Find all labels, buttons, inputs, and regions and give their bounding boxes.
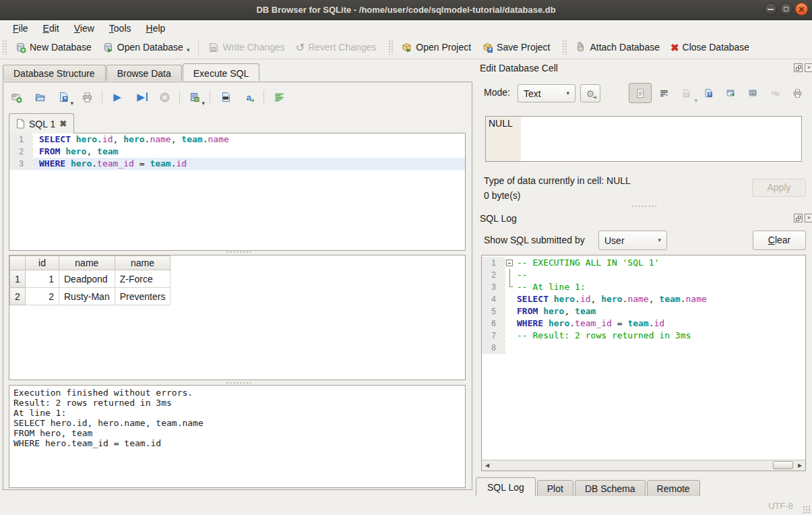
cell-hero-name[interactable]: Rusty-Man	[59, 288, 115, 305]
cell-id[interactable]: 2	[26, 288, 59, 305]
word-wrap-button[interactable]: a	[241, 90, 256, 104]
open-database-icon	[102, 42, 114, 53]
scrollbar-thumb[interactable]	[773, 461, 793, 469]
cell-hero-name[interactable]: Deadpond	[59, 270, 115, 288]
horizontal-scrollbar[interactable]: ◀ ▶	[482, 460, 805, 471]
save-results-button[interactable]: ▾	[187, 90, 202, 104]
maximize-button[interactable]	[780, 3, 792, 16]
sql-editor[interactable]: 1 SELECT hero.id, hero.name, team.name 2…	[9, 133, 466, 251]
menu-tools[interactable]: Tools	[102, 22, 139, 35]
main-toolbar: New Database Open Database ▾ Write Chang…	[0, 36, 812, 59]
status-bar: UTF-8	[0, 496, 812, 515]
export-data-button[interactable]	[698, 84, 718, 102]
attach-database-button[interactable]: Attach Database	[569, 39, 665, 56]
float-dock-icon[interactable]	[794, 214, 803, 222]
auto-apply-button[interactable]: ⚙	[580, 84, 600, 102]
print-cell-button[interactable]	[787, 84, 807, 102]
sql-document-tab[interactable]: SQL 1 ✖	[9, 113, 74, 133]
dock-tab-db-schema[interactable]: DB Schema	[575, 480, 646, 498]
tab-database-structure[interactable]: Database Structure	[3, 65, 106, 81]
dock-tab-remote[interactable]: Remote	[647, 480, 700, 498]
open-database-button[interactable]: Open Database ▾	[97, 39, 195, 56]
menu-help[interactable]: Help	[139, 22, 173, 35]
editor-line: 1 SELECT hero.id, hero.name, team.name	[9, 133, 465, 146]
close-database-button[interactable]: ✖ Close Database	[665, 39, 755, 56]
corner-header[interactable]	[10, 256, 26, 270]
save-project-button[interactable]: Save Project	[476, 39, 555, 56]
open-database-dropdown-icon[interactable]: ▾	[187, 47, 190, 53]
column-header-id[interactable]: id	[26, 256, 59, 270]
new-database-button[interactable]: New Database	[9, 39, 97, 56]
close-dock-icon[interactable]: ×	[805, 214, 812, 222]
clear-log-button[interactable]: Clear	[753, 231, 806, 250]
save-sql-dropdown-icon[interactable]: ▾	[70, 100, 73, 107]
stop-button[interactable]	[157, 90, 172, 104]
log-line: 2 --	[482, 269, 805, 281]
close-window-button[interactable]	[795, 3, 808, 16]
menu-file[interactable]: File	[5, 22, 36, 35]
dock-tab-plot[interactable]: Plot	[537, 480, 573, 498]
text-mode-button[interactable]	[629, 83, 652, 103]
scrollbar-track[interactable]	[493, 460, 794, 471]
cell-team-name[interactable]: Preventers	[115, 288, 170, 305]
fold-collapse-icon[interactable]	[506, 260, 513, 266]
log-filter-value: User	[604, 235, 625, 246]
dock-tab-sql-log[interactable]: SQL Log	[476, 477, 536, 498]
float-dock-icon[interactable]	[794, 63, 803, 72]
open-project-button[interactable]: Open Project	[396, 39, 476, 56]
app-window: DB Browser for SQLite - /home/user/code/…	[0, 0, 812, 515]
find-replace-button[interactable]	[218, 90, 232, 104]
cell-id[interactable]: 1	[26, 270, 59, 288]
sql-log-view[interactable]: 1 -- EXECUTING ALL IN 'SQL 1' 2 -- 3 -- …	[481, 255, 806, 471]
dock-splitter-handle[interactable]	[631, 205, 656, 208]
scroll-left-arrow[interactable]: ◀	[482, 460, 493, 471]
execute-all-button[interactable]: ▶	[110, 90, 125, 104]
fold-margin	[505, 293, 515, 305]
tab-browse-data[interactable]: Browse Data	[106, 65, 182, 81]
toolbar-handle[interactable]	[2, 40, 7, 55]
save-sql-file-button[interactable]: ▾	[56, 90, 71, 104]
revert-changes-button[interactable]: ↺ Revert Changes	[290, 39, 382, 56]
row-header[interactable]: 1	[10, 270, 26, 288]
column-header-name-2[interactable]: name	[115, 256, 170, 270]
splitter-handle[interactable]	[226, 251, 251, 254]
write-changes-icon	[208, 42, 219, 53]
menu-view[interactable]: View	[67, 22, 102, 35]
save-results-dropdown-icon[interactable]: ▾	[201, 100, 205, 107]
close-dock-icon[interactable]: ×	[805, 63, 812, 72]
menu-edit[interactable]: Edit	[36, 22, 67, 35]
open-project-label: Open Project	[416, 42, 471, 53]
execution-status[interactable]: Execution finished without errors. Resul…	[9, 385, 466, 488]
format-sql-button[interactable]	[272, 90, 286, 104]
apply-button[interactable]: Apply	[752, 179, 806, 197]
title-bar[interactable]: DB Browser for SQLite - /home/user/code/…	[0, 0, 812, 20]
copy-link-button[interactable]	[743, 84, 763, 102]
mode-select[interactable]: Text ▾	[518, 84, 575, 102]
open-in-external-button[interactable]	[720, 84, 741, 102]
maximize-icon	[784, 7, 788, 11]
table-row: 2 2 Rusty-Man Preventers	[10, 288, 170, 305]
close-sql-tab-icon[interactable]: ✖	[59, 119, 67, 129]
execute-current-line-button[interactable]: ▶	[133, 90, 148, 104]
fold-margin	[505, 342, 515, 354]
resize-grip[interactable]	[803, 506, 811, 514]
scroll-right-arrow[interactable]: ▶	[794, 460, 805, 471]
encoding-indicator[interactable]: UTF-8	[768, 501, 793, 511]
print-button[interactable]	[80, 90, 94, 104]
set-null-button[interactable]	[765, 84, 785, 102]
cell-team-name[interactable]: Z-Force	[115, 270, 170, 288]
minimize-button[interactable]	[764, 3, 777, 16]
column-header-name[interactable]: name	[59, 256, 115, 270]
toolbar-handle[interactable]	[388, 40, 394, 55]
toolbar-handle[interactable]	[562, 40, 567, 55]
cell-editor[interactable]: NULL	[485, 116, 802, 162]
tab-execute-sql[interactable]: Execute SQL	[183, 63, 260, 81]
fold-margin	[505, 330, 515, 342]
new-tab-button[interactable]	[9, 90, 24, 104]
open-sql-file-button[interactable]	[32, 90, 47, 104]
write-changes-button[interactable]: Write Changes	[202, 39, 290, 56]
import-data-button[interactable]: ▾	[676, 84, 696, 102]
word-wrap-cell-button[interactable]	[654, 84, 674, 102]
log-filter-select[interactable]: User ▾	[598, 231, 667, 250]
row-header[interactable]: 2	[10, 288, 26, 305]
